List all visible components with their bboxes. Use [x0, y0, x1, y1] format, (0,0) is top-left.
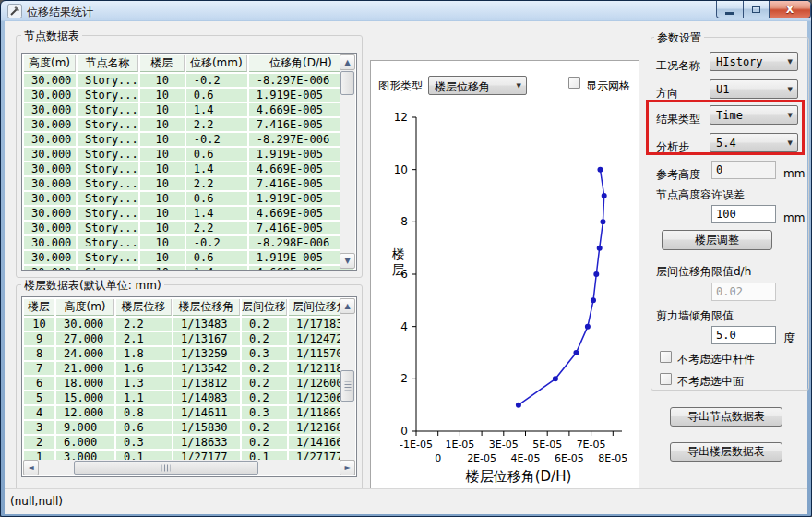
table-cell: 1/14611 [173, 406, 240, 419]
table-row[interactable]: 30.000Story...101.44.669E-005 [24, 266, 353, 271]
result-type-combo[interactable]: Time ▼ [710, 105, 798, 125]
maximize-button[interactable] [744, 1, 770, 18]
table-row[interactable]: 618.0001.31/138120.21/12600 [24, 377, 352, 390]
svg-text:1E-05: 1E-05 [445, 439, 474, 451]
table-cell: 10 [140, 133, 185, 146]
table-cell: Story... [78, 103, 138, 116]
column-header: 层间位移 [242, 299, 287, 316]
table-row[interactable]: 30.000Story...100.61.919E-005 [24, 192, 353, 205]
svg-text:楼层位移角(D/H): 楼层位移角(D/H) [465, 468, 572, 485]
table-cell: 21.000 [56, 362, 114, 375]
story-table-frame: 楼层高度(m)楼层位移楼层位移角层间位移层间位移角1030.0002.21/13… [21, 296, 357, 477]
table-row[interactable]: 30.000Story...100.61.919E-005 [24, 251, 353, 264]
column-header: 位移角(D/H) [249, 55, 353, 72]
direction-value: U1 [716, 83, 729, 96]
story-table-vscrollbar[interactable]: ▲ ▼ [340, 298, 355, 475]
table-row[interactable]: 30.000Story...100.61.919E-005 [24, 148, 353, 161]
table-row[interactable]: 30.000Story...101.44.669E-005 [24, 207, 353, 220]
params-group-label: 参数设置 [654, 30, 704, 46]
tolerance-input[interactable] [711, 205, 776, 223]
table-row[interactable]: 30.000Story...10-0.2-8.297E-006 [24, 133, 353, 146]
chevron-down-icon: ▼ [517, 82, 521, 90]
table-cell: 10 [140, 118, 185, 131]
table-cell: 0.6 [116, 421, 172, 434]
table-row[interactable]: 927.0002.11/131670.21/12472 [24, 332, 352, 345]
table-row[interactable]: 824.0001.81/132590.31/11570 [24, 347, 352, 360]
table-row[interactable]: 515.0001.11/140830.21/12306 [24, 391, 352, 404]
column-header: 位移(mm) [186, 55, 247, 72]
table-cell: -0.2 [186, 133, 247, 146]
drift-chart: 024681012-1E-0501E-052E-053E-054E-055E-0… [371, 102, 640, 499]
svg-text:6E-05: 6E-05 [555, 452, 584, 464]
node-table-frame: 高度(m)节点名称楼层位移(mm)位移角(D/H)30.000Story...1… [21, 53, 357, 271]
node-table-vscrollbar[interactable]: ▲ ▼ [340, 54, 355, 269]
node-table-scroll-thumb[interactable] [340, 71, 354, 95]
close-button[interactable]: X [770, 1, 811, 18]
table-cell: 12.000 [56, 406, 114, 419]
table-cell: 30.000 [56, 318, 114, 331]
table-cell: 1/13483 [173, 318, 240, 331]
scroll-up-icon[interactable]: ▲ [340, 54, 355, 70]
wall-tilt-input[interactable] [711, 326, 776, 344]
table-row[interactable]: 30.000Story...100.61.919E-005 [24, 89, 353, 102]
table-row[interactable]: 412.0000.81/146110.31/11869 [24, 406, 352, 419]
export-node-button[interactable]: 导出节点数据表 [670, 407, 782, 427]
chevron-down-icon: ▼ [788, 112, 793, 119]
table-cell: 7.416E-005 [249, 222, 353, 234]
drift-limit-input[interactable] [711, 283, 776, 301]
table-row[interactable]: 30.000Story...10-0.2-8.298E-006 [24, 236, 353, 249]
table-row[interactable]: 30.000Story...101.44.669E-005 [24, 162, 353, 175]
story-table-hscrollbar[interactable]: ◄ ► [23, 460, 340, 475]
table-row[interactable]: 30.000Story...10-0.2-8.297E-006 [24, 74, 353, 87]
table-cell: 0.2 [242, 391, 287, 404]
floor-adjust-button[interactable]: 楼层调整 [662, 230, 772, 250]
ref-height-input[interactable] [711, 161, 776, 179]
table-cell: 30.000 [24, 133, 76, 146]
table-row[interactable]: 30.000Story...102.27.416E-005 [24, 118, 353, 131]
column-header: 楼层 [140, 55, 185, 72]
table-cell: 2.1 [116, 332, 172, 345]
scroll-up-icon[interactable]: ▲ [340, 298, 355, 314]
ignore-faces-checkbox[interactable] [660, 373, 672, 385]
case-combo[interactable]: HIstory ▼ [710, 52, 798, 71]
show-grid-checkbox[interactable] [568, 77, 580, 89]
story-table-hscroll-thumb[interactable] [74, 461, 258, 475]
table-cell: 1/13542 [173, 362, 240, 375]
table-cell: -8.297E-006 [249, 133, 353, 146]
table-cell: 6.000 [56, 436, 114, 449]
svg-text:10: 10 [394, 163, 408, 176]
scroll-down-icon[interactable]: ▼ [340, 253, 355, 269]
story-table-scroll-thumb[interactable] [340, 370, 354, 402]
thumb-grip [162, 464, 171, 471]
column-header: 高度(m) [56, 299, 114, 316]
svg-text:-1E-05: -1E-05 [400, 439, 433, 451]
export-story-button[interactable]: 导出楼层数据表 [670, 442, 782, 462]
minimize-button[interactable] [716, 1, 744, 18]
table-cell: 4 [24, 406, 54, 419]
table-row[interactable]: 30.000Story...102.27.416E-005 [24, 177, 353, 190]
graph-type-combo[interactable]: 楼层位移角 ▼ [428, 76, 527, 95]
direction-label: 方向 [656, 86, 678, 102]
ignore-members-checkbox[interactable] [660, 351, 672, 363]
ref-height-label: 参考高度 [656, 167, 700, 183]
table-cell: 15.000 [56, 391, 114, 404]
table-cell: -8.298E-006 [249, 236, 353, 249]
scroll-left-icon[interactable]: ◄ [23, 460, 39, 475]
table-cell: 0.6 [186, 89, 247, 102]
step-combo[interactable]: 5.4 ▼ [710, 133, 798, 152]
drift-limit-label: 层间位移角限值d/h [656, 264, 751, 280]
table-row[interactable]: 1030.0002.21/134830.21/17183 [24, 318, 352, 331]
table-row[interactable]: 30.000Story...101.44.669E-005 [24, 103, 353, 116]
column-header: 楼层位移 [116, 299, 172, 316]
table-cell: 30.000 [24, 266, 76, 271]
table-row[interactable]: 721.0001.61/135420.21/12118 [24, 362, 352, 375]
direction-combo[interactable]: U1 ▼ [710, 79, 798, 99]
svg-text:12: 12 [394, 111, 408, 124]
chevron-down-icon: ▼ [788, 86, 793, 93]
table-row[interactable]: 26.0000.31/186330.21/14166 [24, 436, 352, 449]
scroll-right-icon[interactable]: ► [340, 460, 355, 475]
ignore-faces-label: 不考虑选中面 [677, 374, 744, 390]
table-row[interactable]: 30.000Story...102.27.416E-005 [24, 222, 353, 234]
table-row[interactable]: 39.0000.61/158300.21/12168 [24, 421, 352, 434]
table-cell: 2.2 [186, 177, 247, 190]
